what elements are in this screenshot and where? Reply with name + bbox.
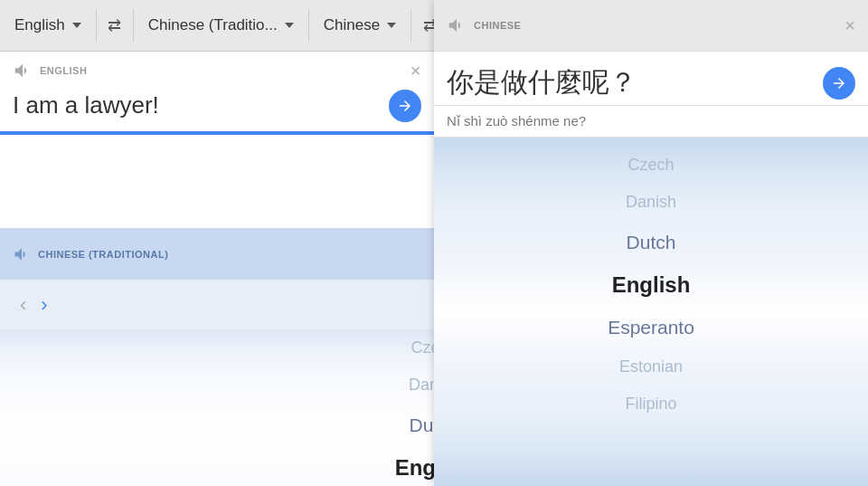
dropdown-item-estonian[interactable]: Estonian bbox=[434, 348, 868, 386]
source-lang-label: English bbox=[14, 16, 65, 34]
english-close-button[interactable]: × bbox=[410, 62, 421, 80]
swap-button-1[interactable]: ⇄ bbox=[97, 0, 133, 51]
speaker-icon-english[interactable] bbox=[13, 61, 33, 81]
english-text-content: I am a lawyer! bbox=[13, 91, 159, 121]
swap-icon-1: ⇄ bbox=[108, 15, 121, 35]
overlay-header: CHINESE × bbox=[434, 0, 868, 52]
middle-lang-label: Chinese (Traditio... bbox=[148, 16, 278, 34]
overlay-chinese-text: 你是做什麼呢？ bbox=[447, 64, 637, 101]
target-lang-selector[interactable]: Chinese bbox=[309, 0, 410, 51]
target-lang-label: Chinese bbox=[324, 16, 380, 34]
target-lang-chevron-icon bbox=[387, 23, 396, 28]
english-input-text-area: I am a lawyer! bbox=[0, 90, 434, 131]
speaker-icon-overlay[interactable] bbox=[447, 15, 467, 35]
dropdown-item-dutch[interactable]: Dutch bbox=[434, 222, 868, 262]
english-lang-label: ENGLISH bbox=[40, 65, 403, 76]
overlay-translation: 你是做什麼呢？ bbox=[434, 52, 868, 106]
middle-lang-selector[interactable]: Chinese (Traditio... bbox=[134, 0, 308, 51]
dropdown-item-danish[interactable]: Danish bbox=[434, 184, 868, 221]
speaker-icon-result-left[interactable] bbox=[13, 245, 31, 263]
overlay-pinyin: Nǐ shì zuò shénme ne? bbox=[434, 106, 868, 138]
blue-bar bbox=[0, 131, 434, 135]
overlay-translate-button[interactable] bbox=[823, 67, 855, 100]
translate-button-english[interactable] bbox=[389, 90, 421, 122]
dropdown-item-esperanto[interactable]: Esperanto bbox=[434, 307, 868, 348]
overlay-dropdown: CzechDanishDutchEnglishEsperantoEstonian… bbox=[434, 138, 868, 486]
middle-lang-chevron-icon bbox=[285, 23, 294, 28]
dropdown-item-czech[interactable]: Czech bbox=[434, 147, 868, 184]
dropdown-item-english[interactable]: English bbox=[434, 262, 868, 307]
overlay-close-button[interactable]: × bbox=[844, 16, 855, 34]
overlay-lang-label: CHINESE bbox=[474, 20, 844, 31]
source-lang-chevron-icon bbox=[72, 23, 81, 28]
english-panel-header: ENGLISH × bbox=[0, 52, 434, 90]
english-input-panel: ENGLISH × I am a lawyer! bbox=[0, 52, 434, 228]
dropdown-item-filipino[interactable]: Filipino bbox=[434, 386, 868, 423]
next-arrow-button[interactable]: › bbox=[33, 293, 54, 317]
source-lang-selector[interactable]: English bbox=[0, 0, 96, 51]
english-input-display: I am a lawyer! bbox=[13, 90, 421, 122]
overlay-panel: CHINESE × 你是做什麼呢？ Nǐ shì zuò shénme ne? … bbox=[434, 0, 868, 486]
prev-arrow-button[interactable]: ‹ bbox=[13, 293, 33, 317]
